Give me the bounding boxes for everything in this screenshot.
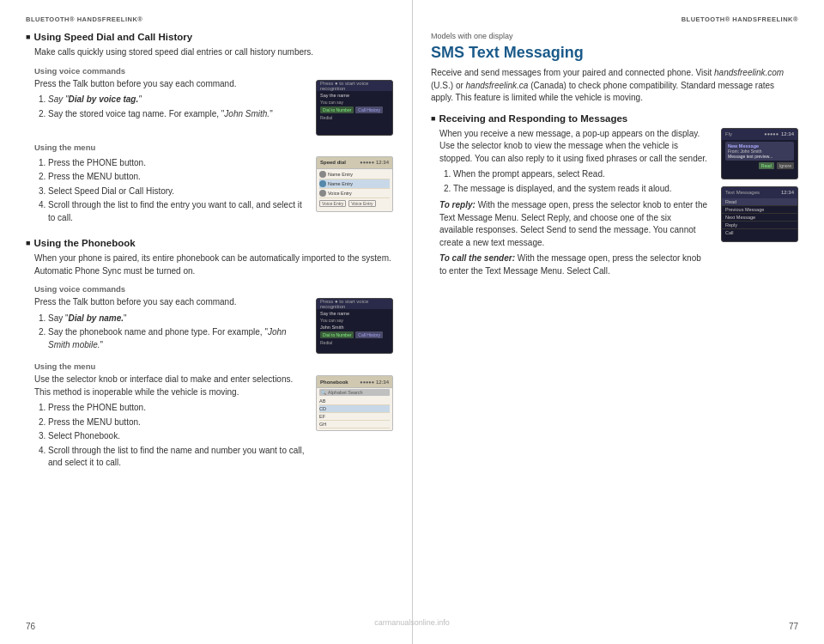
list-item: The message is displayed, and the system… — [453, 183, 707, 196]
receiving-text: When you receive a new message, a pop-up… — [439, 128, 707, 282]
sms-display-2: Text Messages 12:34 Read Previous Messag… — [721, 186, 798, 242]
car-display-voice-1: Press ● to start voice recognition Say t… — [316, 80, 393, 136]
voice-commands-label-1: Using voice commands — [34, 66, 393, 76]
page-container: BLUETOOTH® HANDSFREELINK® Using Speed Di… — [0, 0, 824, 644]
voice-steps-2: Say "Dial by name." Say the phonebook na… — [48, 313, 309, 352]
phonebook-display: Phonebook ●●●●● 12:34 🔍 Alphabet Search — [316, 375, 393, 431]
speed-dial-title: Using Speed Dial and Call History — [26, 32, 393, 42]
list-item: Press the PHONE button. — [48, 157, 309, 170]
phonebook-intro: When your phone is paired, its entire ph… — [34, 252, 393, 277]
menu-label-1: Using the menu — [34, 143, 393, 152]
left-header: BLUETOOTH® HANDSFREELINK® — [26, 15, 393, 23]
speed-dial-intro: Make calls quickly using stored speed di… — [34, 46, 393, 59]
list-item: Scroll through the list to find the name… — [48, 445, 309, 470]
call-sender-text: To call the sender: With the message ope… — [439, 252, 707, 277]
list-item: Press the MENU button. — [48, 171, 309, 184]
voice-screen-1: Press ● to start voice recognition Say t… — [316, 80, 393, 136]
list-item: Press the MENU button. — [48, 416, 309, 429]
voice-section-1: Press the Talk button before you say eac… — [34, 78, 393, 136]
list-item: Say "Dial by voice tag." — [48, 94, 309, 106]
menu-screen-1: Speed dial ●●●●● 12:34 Name Entry — [316, 156, 393, 212]
list-item: Say "Dial by name." — [48, 313, 309, 325]
menu-steps-1: Press the PHONE button. Press the MENU b… — [48, 157, 309, 225]
menu-section-1: Press the PHONE button. Press the MENU b… — [34, 155, 393, 228]
menu-steps-2: Press the PHONE button. Press the MENU b… — [48, 402, 309, 470]
voice-section-2: Press the Talk button before you say eac… — [34, 296, 393, 355]
speed-dial-display: Speed dial ●●●●● 12:34 Name Entry — [316, 156, 393, 212]
menu-label-2: Using the menu — [34, 361, 393, 371]
voice-commands-label-2: Using voice commands — [34, 284, 393, 294]
voice-intro-1: Press the Talk button before you say eac… — [34, 78, 309, 91]
list-item: Select Phonebook. — [48, 430, 309, 443]
page-number-right: 77 — [789, 622, 798, 631]
receiving-intro: When you receive a new message, a pop-up… — [439, 128, 707, 166]
menu-text-2: Use the selector knob or interface dial … — [34, 374, 309, 473]
receiving-title: Receiving and Responding to Messages — [431, 113, 798, 124]
voice-text-1: Press the Talk button before you say eac… — [34, 78, 309, 125]
sms-display-1: Fly ●●●●● 12:34 New Message From: John S… — [721, 128, 798, 179]
left-column: BLUETOOTH® HANDSFREELINK® Using Speed Di… — [0, 0, 412, 644]
menu-section-2: Use the selector knob or interface dial … — [34, 374, 393, 473]
phonebook-title: Using the Phonebook — [26, 238, 393, 248]
voice-text-2: Press the Talk button before you say eac… — [34, 296, 309, 355]
menu-text-1: Press the PHONE button. Press the MENU b… — [34, 155, 309, 228]
receiving-content: When you receive a new message, a pop-up… — [439, 128, 798, 282]
list-item: Select Speed Dial or Call History. — [48, 185, 309, 198]
models-label: Models with one display — [431, 32, 798, 40]
receiving-steps: When the prompt appears, select Read. Th… — [453, 168, 707, 195]
list-item: When the prompt appears, select Read. — [453, 168, 707, 181]
reply-text: To reply: With the message open, press t… — [439, 199, 707, 249]
list-item: Scroll through the list to find the entr… — [48, 199, 309, 224]
voice-screen-2: Press ● to start voice recognition Say t… — [316, 298, 393, 354]
right-column: BLUETOOTH® HANDSFREELINK® Models with on… — [412, 0, 824, 644]
speed-dial-section: Using Speed Dial and Call History Make c… — [26, 32, 393, 228]
voice-steps-1: Say "Dial by voice tag." Say the stored … — [48, 94, 309, 120]
list-item: Say the stored voice tag name. For examp… — [48, 108, 309, 121]
voice-intro-2: Press the Talk button before you say eac… — [34, 296, 309, 309]
sms-screens: Fly ●●●●● 12:34 New Message From: John S… — [721, 128, 798, 246]
list-item: Say the phonebook name and phone type. F… — [48, 326, 309, 351]
list-item: Press the PHONE button. — [48, 402, 309, 415]
sms-intro: Receive and send messages from your pair… — [431, 67, 798, 105]
phonebook-screen: Phonebook ●●●●● 12:34 🔍 Alphabet Search — [316, 375, 393, 431]
sms-title: SMS Text Messaging — [431, 44, 798, 62]
watermark: carmanualsonline.info — [374, 618, 450, 627]
phonebook-section: Using the Phonebook When your phone is p… — [26, 238, 393, 473]
page-number-left: 76 — [26, 622, 35, 631]
menu-intro-2: Use the selector knob or interface dial … — [34, 374, 309, 398]
right-header: BLUETOOTH® HANDSFREELINK® — [431, 15, 798, 23]
receiving-section: Receiving and Responding to Messages Whe… — [431, 113, 798, 282]
car-display-voice-2: Press ● to start voice recognition Say t… — [316, 298, 393, 354]
